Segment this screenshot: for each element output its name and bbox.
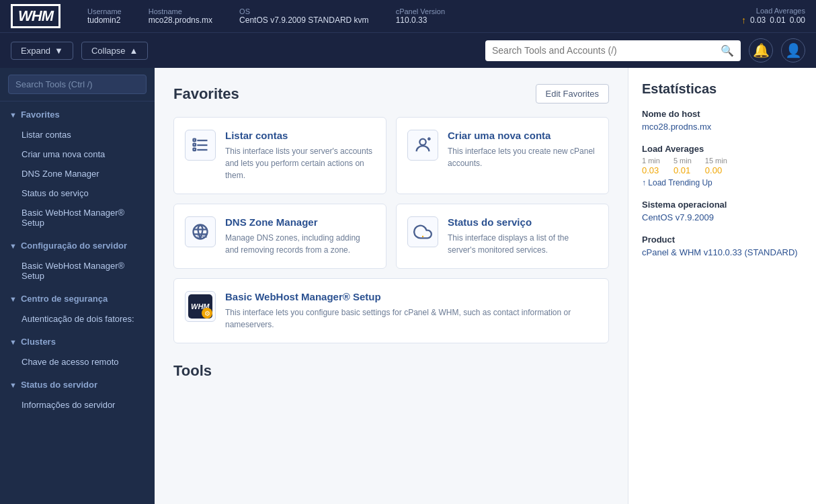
username-value: tudomin2 <box>87 15 120 25</box>
os-info: OS CentOS v7.9.2009 STANDARD kvm <box>239 7 369 25</box>
collapse-label: Collapse <box>91 46 126 56</box>
dns-zone-content: DNS Zone Manager Manage DNS zones, inclu… <box>225 216 375 256</box>
favorites-header-row: Favorites Edit Favorites <box>173 84 609 103</box>
username-label: Username <box>87 7 122 15</box>
svg-point-13 <box>422 236 423 237</box>
hostname-section: Nome do host mco28.prodns.mx <box>642 109 803 132</box>
card-basic-setup[interactable]: WHM ⚙ Basic WebHost Manager® Setup This … <box>173 278 609 343</box>
edit-favorites-button[interactable]: Edit Favorites <box>536 84 609 103</box>
svg-text:DNS: DNS <box>197 234 207 239</box>
sidebar-item-basic-setup[interactable]: Basic WebHost Manager® Setup <box>0 203 155 233</box>
basic-setup-desc: This interface lets you configure basic … <box>225 306 598 331</box>
status-servico-title: Status do serviço <box>448 216 598 228</box>
load-15min-label: 15 min <box>705 157 727 165</box>
load-trending-link[interactable]: Load Trending Up <box>642 178 803 187</box>
svg-point-6 <box>419 139 425 145</box>
sidebar-server-status-label: Status do servidor <box>21 380 97 390</box>
sidebar-item-2fa[interactable]: Autenticação de dois fatores: <box>0 309 155 329</box>
sidebar-section-security: ▼ Centro de segurança Autenticação de do… <box>0 288 155 329</box>
dns-zone-icon: DNS <box>185 216 216 247</box>
load-5min-col: 5 min 0.01 <box>674 157 692 175</box>
expand-label: Expand <box>21 46 50 56</box>
username-info: Username tudomin2 <box>87 7 122 25</box>
dns-zone-desc: Manage DNS zones, including adding and r… <box>225 232 375 256</box>
sidebar-section-clusters-header[interactable]: ▼ Clusters <box>0 331 155 352</box>
notifications-button[interactable]: 🔔 <box>749 38 773 62</box>
load-up-arrow-icon: ↑ <box>741 15 746 26</box>
loadavg-stat-section: Load Averages 1 min 0.03 5 min 0.01 15 m… <box>642 144 803 187</box>
cpanel-label: cPanel Version <box>396 7 445 15</box>
card-status-servico[interactable]: Status do serviço This interface display… <box>396 204 609 269</box>
hostname-stat-value: mco28.prodns.mx <box>642 122 803 132</box>
sidebar-item-status-servico[interactable]: Status do serviço <box>0 183 155 203</box>
os-value: CentOS v7.9.2009 STANDARD kvm <box>239 15 369 25</box>
user-button[interactable]: 👤 <box>781 38 805 62</box>
listar-contas-title: Listar contas <box>225 130 375 141</box>
load-1min-col: 1 min 0.03 <box>642 157 660 175</box>
top-bar-right: Load Averages ↑ 0.03 0.01 0.00 <box>741 7 805 26</box>
hostname-info: Hostname mco28.prodns.mx <box>149 7 212 25</box>
sidebar-section-favorites-header[interactable]: ▼ Favorites <box>0 104 155 125</box>
card-dns-zone[interactable]: DNS DNS Zone Manager Manage DNS zones, i… <box>173 204 386 269</box>
main-layout: ▼ Favorites Listar contas Criar uma nova… <box>0 68 816 504</box>
favorites-chevron-icon: ▼ <box>9 111 17 119</box>
dns-zone-title: DNS Zone Manager <box>225 216 375 228</box>
second-bar: Expand ▼ Collapse ▲ 🔍 🔔 👤 <box>0 32 816 68</box>
content-area: Favorites Edit Favorites Listar contas T… <box>155 68 628 504</box>
os-stat-label: Sistema operacional <box>642 200 803 210</box>
load15-value: 0.00 <box>790 15 805 25</box>
collapse-button[interactable]: Collapse ▲ <box>81 42 148 60</box>
load-15min-value: 0.00 <box>705 165 722 175</box>
sidebar-section-server-status-header[interactable]: ▼ Status do servidor <box>0 374 155 395</box>
stats-title: Estatísticas <box>642 81 803 97</box>
clusters-chevron-icon: ▼ <box>9 338 17 346</box>
top-bar: WHM Username tudomin2 Hostname mco28.pro… <box>0 0 816 32</box>
os-stat-section: Sistema operacional CentOS v7.9.2009 <box>642 200 803 222</box>
favorites-title: Favorites <box>173 85 239 103</box>
server-status-chevron-icon: ▼ <box>9 381 17 389</box>
load-avg-values: ↑ 0.03 0.01 0.00 <box>741 15 805 26</box>
status-servico-content: Status do serviço This interface display… <box>448 216 598 256</box>
sidebar-item-dns-zone[interactable]: DNS Zone Manager <box>0 164 155 183</box>
sidebar-search-input[interactable] <box>8 75 147 94</box>
sidebar-search-container[interactable] <box>0 68 155 101</box>
sidebar: ▼ Favorites Listar contas Criar uma nova… <box>0 68 155 504</box>
load-1min-value: 0.03 <box>642 165 659 175</box>
sidebar-section-favorites: ▼ Favorites Listar contas Criar uma nova… <box>0 104 155 233</box>
os-label: OS <box>239 7 369 15</box>
svg-rect-4 <box>194 144 196 146</box>
criar-conta-icon <box>407 130 438 161</box>
sidebar-security-label: Centro de segurança <box>21 294 108 304</box>
expand-chevron-icon: ▼ <box>54 46 63 56</box>
cpanel-value: 110.0.33 <box>396 15 427 25</box>
sidebar-item-listar-contas[interactable]: Listar contas <box>0 125 155 144</box>
expand-button[interactable]: Expand ▼ <box>11 42 73 60</box>
criar-conta-title: Criar uma nova conta <box>448 130 598 141</box>
collapse-chevron-icon: ▲ <box>130 46 138 56</box>
svg-text:⚙: ⚙ <box>204 310 210 317</box>
card-listar-contas[interactable]: Listar contas This interface lists your … <box>173 117 386 194</box>
hostname-value: mco28.prodns.mx <box>149 15 212 25</box>
card-criar-conta[interactable]: Criar uma nova conta This interface lets… <box>396 117 609 194</box>
sidebar-section-config-header[interactable]: ▼ Configuração do servidor <box>0 235 155 256</box>
config-chevron-icon: ▼ <box>9 242 17 250</box>
sidebar-item-remote-key[interactable]: Chave de acesso remoto <box>0 352 155 372</box>
sidebar-item-server-info[interactable]: Informações do servidor <box>0 395 155 415</box>
search-top-bar-container[interactable]: 🔍 <box>485 40 741 61</box>
load-1min-label: 1 min <box>642 157 660 165</box>
os-stat-value: CentOS v7.9.2009 <box>642 212 803 222</box>
top-bar-info: Username tudomin2 Hostname mco28.prodns.… <box>87 7 715 25</box>
sidebar-section-security-header[interactable]: ▼ Centro de segurança <box>0 288 155 309</box>
loadavg-stat-label: Load Averages <box>642 144 803 154</box>
load-avg-section: Load Averages ↑ 0.03 0.01 0.00 <box>741 7 805 26</box>
listar-contas-content: Listar contas This interface lists your … <box>225 130 375 181</box>
search-icon[interactable]: 🔍 <box>721 44 734 57</box>
load-5min-value: 0.01 <box>674 165 690 175</box>
sidebar-item-criar-conta[interactable]: Criar uma nova conta <box>0 144 155 164</box>
sidebar-clusters-label: Clusters <box>21 337 56 347</box>
user-icon: 👤 <box>785 42 802 58</box>
loadavg-label: Load Averages <box>741 7 805 15</box>
sidebar-item-basic-setup-2[interactable]: Basic WebHost Manager® Setup <box>0 256 155 286</box>
load-row: 1 min 0.03 5 min 0.01 15 min 0.00 <box>642 157 803 175</box>
search-input[interactable] <box>492 45 715 56</box>
